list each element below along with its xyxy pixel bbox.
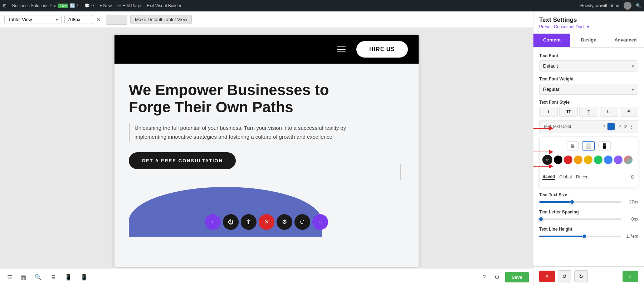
- reset-color-button[interactable]: ↺: [623, 123, 628, 130]
- panel-apply-button[interactable]: ✓: [623, 271, 638, 282]
- strikethrough-button[interactable]: S: [620, 107, 638, 117]
- edit-page-item[interactable]: ✏ Edit Page: [117, 3, 141, 8]
- fab-clock-button[interactable]: ⏱: [294, 214, 310, 230]
- color-black[interactable]: [554, 156, 562, 164]
- tab-content[interactable]: Content: [533, 34, 570, 47]
- wp-icon: ⊞: [3, 3, 6, 8]
- px-clear-button[interactable]: ✕: [94, 16, 103, 23]
- text-size-track[interactable]: [539, 201, 621, 203]
- panel-preset[interactable]: Preset: Consultant Dark ▼: [539, 24, 638, 29]
- global-tab[interactable]: Global: [559, 174, 572, 179]
- cursor-action-button[interactable]: ↗: [617, 123, 622, 130]
- device-row: 🖥 ⬜ 📱: [542, 140, 635, 152]
- line-height-slider-row: 1.7em: [539, 234, 638, 239]
- bt-grid-button[interactable]: ▦: [18, 272, 29, 283]
- fab-settings-button[interactable]: ⚙: [277, 214, 292, 230]
- bottom-toolbar-right: ? ⚙ Save: [480, 272, 529, 283]
- builder-area: Tablet View ▼ ✕ Make Default Tablet View: [0, 11, 533, 286]
- color-tab-settings-icon[interactable]: ⚙: [630, 174, 635, 180]
- text-size-slider-row: 17px: [539, 199, 638, 204]
- tablet-device-button[interactable]: ⬜: [582, 141, 595, 151]
- more-color-options-button[interactable]: ⋮: [629, 123, 634, 130]
- font-select-wrapper: Default ▼: [539, 60, 638, 72]
- mobile-icon: 📱: [80, 274, 88, 280]
- annotation-arrow-1: [533, 125, 555, 131]
- cancel-icon: ✕: [545, 273, 549, 279]
- italic-button[interactable]: I: [539, 107, 558, 117]
- save-label: Save: [512, 275, 522, 280]
- exit-builder-item[interactable]: Exit Visual Builder: [147, 3, 182, 8]
- search-icon[interactable]: 🔍: [636, 3, 641, 8]
- redo-icon: ↻: [579, 273, 583, 279]
- capitalize-button[interactable]: T̲: [579, 107, 598, 117]
- text-size-thumb[interactable]: [570, 199, 575, 204]
- bt-desktop-button[interactable]: 🖥: [48, 272, 59, 283]
- view-select[interactable]: Tablet View: [4, 15, 62, 24]
- letter-spacing-thumb[interactable]: [538, 217, 543, 222]
- font-select[interactable]: Default: [539, 60, 638, 72]
- bt-settings-button[interactable]: ⚙: [492, 272, 502, 283]
- color-custom[interactable]: [624, 156, 633, 164]
- site-name-item[interactable]: Business Solutions Pro Live 🔄 1: [12, 3, 79, 8]
- new-item[interactable]: + New: [99, 3, 112, 8]
- color-orange[interactable]: [574, 156, 582, 164]
- bt-search-button[interactable]: 🔍: [32, 272, 45, 283]
- color-blue[interactable]: [604, 156, 613, 164]
- panel-cancel-button[interactable]: ✕: [539, 271, 555, 282]
- line-height-thumb[interactable]: [582, 234, 587, 239]
- wp-logo[interactable]: ⊞: [3, 3, 6, 8]
- make-default-button[interactable]: Make Default Tablet View: [130, 15, 192, 24]
- fab-close-button[interactable]: ✕: [259, 214, 274, 230]
- hero-description: Unleashing the full potential of your bu…: [135, 123, 356, 142]
- underline-button[interactable]: U: [600, 107, 618, 117]
- bt-mobile-button[interactable]: 📱: [78, 272, 91, 283]
- hero-title: We Empower Businesses to Forge Their Own…: [129, 82, 372, 116]
- uppercase-button[interactable]: TT: [559, 107, 578, 117]
- comments-item[interactable]: 💬 0: [84, 3, 94, 8]
- color-red[interactable]: [564, 156, 572, 164]
- view-select-wrapper: Tablet View ▼: [4, 15, 62, 24]
- color-help-icon[interactable]: ?: [603, 124, 605, 129]
- letter-spacing-track[interactable]: [539, 218, 621, 220]
- letter-spacing-value: 0px: [624, 217, 638, 222]
- desktop-device-button[interactable]: 🖥: [567, 141, 579, 151]
- saved-tab[interactable]: Saved: [542, 174, 555, 180]
- color-tabs: Saved Global Recent ⚙: [542, 174, 635, 180]
- cta-button[interactable]: GET A FREE CONSULTATION: [129, 152, 236, 169]
- text-size-label: Text Text Size: [539, 192, 638, 197]
- panel-redo-button[interactable]: ↻: [574, 270, 588, 282]
- fab-add-button[interactable]: +: [205, 214, 221, 230]
- bt-tablet-button[interactable]: 📱: [62, 272, 75, 283]
- panel-undo-button[interactable]: ↺: [558, 270, 571, 282]
- close-icon: ✕: [264, 218, 269, 225]
- tab-design[interactable]: Design: [570, 34, 607, 47]
- panel-tabs: Content Design Advanced: [533, 34, 644, 48]
- tab-advanced[interactable]: Advanced: [607, 34, 644, 47]
- line-height-track[interactable]: [539, 236, 621, 237]
- fab-trash-button[interactable]: 🗑: [241, 214, 257, 230]
- font-weight-select[interactable]: Regular: [539, 84, 638, 95]
- px-input[interactable]: [64, 15, 93, 24]
- arrow-3-svg: [533, 163, 555, 169]
- color-green[interactable]: [594, 156, 602, 164]
- letter-spacing-slider-row: 0px: [539, 217, 638, 222]
- color-palette: ✏: [542, 155, 635, 165]
- fab-resize-button[interactable]: ↔: [312, 214, 328, 230]
- plus-icon: +: [211, 219, 214, 225]
- hamburger-menu[interactable]: [337, 46, 346, 52]
- live-badge: Live: [58, 4, 68, 8]
- hero-description-block: Unleashing the full potential of your bu…: [129, 123, 404, 142]
- color-purple[interactable]: [614, 156, 623, 164]
- hire-us-button[interactable]: HIRE US: [356, 41, 408, 58]
- undo-icon: ↺: [562, 273, 567, 279]
- save-button[interactable]: Save: [505, 272, 529, 282]
- panel-content: Text Font Default ▼ Text Font Weight Reg…: [533, 48, 644, 266]
- clock-icon: ⏱: [299, 219, 305, 225]
- bt-help-button[interactable]: ?: [480, 272, 489, 283]
- color-swatch-button[interactable]: [607, 123, 615, 130]
- bt-list-button[interactable]: ☰: [4, 272, 15, 283]
- recent-tab[interactable]: Recent: [576, 174, 590, 179]
- color-yellow[interactable]: [584, 156, 592, 164]
- mobile-device-button[interactable]: 📱: [598, 141, 611, 151]
- fab-power-button[interactable]: ⏻: [223, 214, 239, 230]
